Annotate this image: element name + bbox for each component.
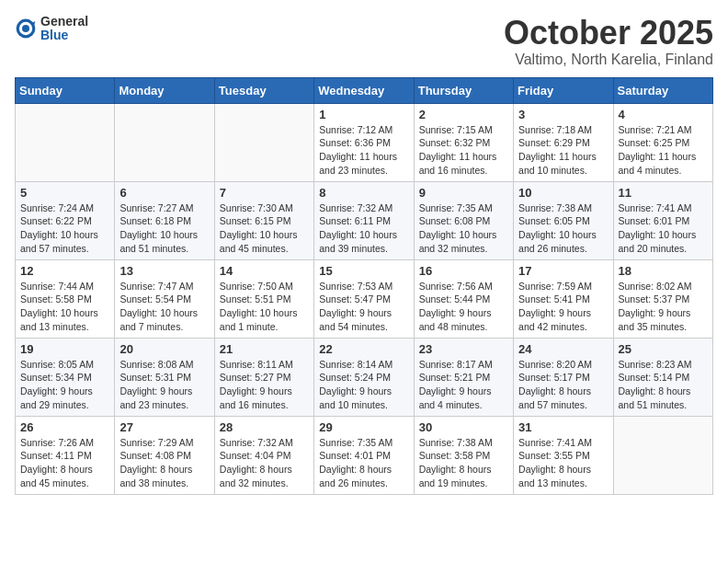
calendar-cell: 25Sunrise: 8:23 AM Sunset: 5:14 PM Dayli… — [613, 338, 712, 416]
day-number: 20 — [119, 342, 209, 356]
day-number: 13 — [119, 264, 209, 278]
calendar-cell: 31Sunrise: 7:41 AM Sunset: 3:55 PM Dayli… — [514, 416, 613, 494]
cell-content: Sunrise: 7:35 AM Sunset: 4:01 PM Dayligh… — [319, 436, 408, 490]
calendar-cell: 15Sunrise: 7:53 AM Sunset: 5:47 PM Dayli… — [314, 259, 414, 338]
cell-content: Sunrise: 7:27 AM Sunset: 6:18 PM Dayligh… — [119, 201, 209, 256]
cell-content: Sunrise: 7:47 AM Sunset: 5:54 PM Dayligh… — [119, 280, 209, 334]
calendar-cell — [115, 103, 214, 181]
day-number: 26 — [20, 420, 109, 434]
cell-content: Sunrise: 8:02 AM Sunset: 5:37 PM Dayligh… — [619, 280, 708, 334]
day-number: 5 — [20, 186, 109, 200]
cell-content: Sunrise: 8:14 AM Sunset: 5:24 PM Dayligh… — [319, 358, 408, 412]
cell-content: Sunrise: 7:41 AM Sunset: 6:01 PM Dayligh… — [619, 201, 708, 256]
calendar-cell: 6Sunrise: 7:27 AM Sunset: 6:18 PM Daylig… — [115, 181, 214, 259]
calendar-cell: 20Sunrise: 8:08 AM Sunset: 5:31 PM Dayli… — [115, 338, 214, 416]
calendar-cell: 13Sunrise: 7:47 AM Sunset: 5:54 PM Dayli… — [115, 259, 214, 338]
calendar-cell: 16Sunrise: 7:56 AM Sunset: 5:44 PM Dayli… — [414, 259, 513, 338]
day-number: 7 — [220, 186, 309, 200]
cell-content: Sunrise: 7:15 AM Sunset: 6:32 PM Dayligh… — [419, 123, 508, 178]
calendar-cell: 21Sunrise: 8:11 AM Sunset: 5:27 PM Dayli… — [214, 338, 313, 416]
day-number: 11 — [619, 186, 708, 200]
cell-content: Sunrise: 8:08 AM Sunset: 5:31 PM Dayligh… — [119, 358, 209, 412]
calendar-cell — [16, 103, 115, 181]
calendar-cell — [214, 103, 313, 181]
day-number: 9 — [419, 186, 508, 200]
day-number: 4 — [619, 108, 708, 121]
day-number: 1 — [319, 108, 408, 121]
calendar-cell: 11Sunrise: 7:41 AM Sunset: 6:01 PM Dayli… — [613, 181, 712, 259]
cell-content: Sunrise: 7:32 AM Sunset: 6:11 PM Dayligh… — [319, 201, 408, 256]
calendar-cell: 26Sunrise: 7:26 AM Sunset: 4:11 PM Dayli… — [16, 416, 115, 494]
calendar-cell: 10Sunrise: 7:38 AM Sunset: 6:05 PM Dayli… — [514, 181, 613, 259]
week-row-0: 1Sunrise: 7:12 AM Sunset: 6:36 PM Daylig… — [16, 103, 713, 181]
cell-content: Sunrise: 7:53 AM Sunset: 5:47 PM Dayligh… — [319, 280, 408, 334]
weekday-header-saturday: Saturday — [613, 77, 712, 103]
day-number: 15 — [319, 264, 408, 278]
weekday-header-wednesday: Wednesday — [314, 77, 414, 103]
cell-content: Sunrise: 7:32 AM Sunset: 4:04 PM Dayligh… — [220, 436, 309, 490]
cell-content: Sunrise: 7:44 AM Sunset: 5:58 PM Dayligh… — [20, 280, 109, 334]
weekday-header-thursday: Thursday — [414, 77, 513, 103]
calendar-cell: 1Sunrise: 7:12 AM Sunset: 6:36 PM Daylig… — [314, 103, 414, 181]
cell-content: Sunrise: 7:41 AM Sunset: 3:55 PM Dayligh… — [518, 436, 608, 490]
cell-content: Sunrise: 8:17 AM Sunset: 5:21 PM Dayligh… — [419, 358, 508, 412]
calendar-cell: 2Sunrise: 7:15 AM Sunset: 6:32 PM Daylig… — [414, 103, 513, 181]
calendar-cell: 27Sunrise: 7:29 AM Sunset: 4:08 PM Dayli… — [115, 416, 214, 494]
week-row-1: 5Sunrise: 7:24 AM Sunset: 6:22 PM Daylig… — [16, 181, 713, 259]
calendar-cell: 28Sunrise: 7:32 AM Sunset: 4:04 PM Dayli… — [214, 416, 313, 494]
title-area: October 2025 Valtimo, North Karelia, Fin… — [504, 15, 713, 68]
week-row-2: 12Sunrise: 7:44 AM Sunset: 5:58 PM Dayli… — [16, 259, 713, 338]
day-number: 21 — [220, 342, 309, 356]
calendar-cell: 19Sunrise: 8:05 AM Sunset: 5:34 PM Dayli… — [16, 338, 115, 416]
day-number: 18 — [619, 264, 708, 278]
cell-content: Sunrise: 8:05 AM Sunset: 5:34 PM Dayligh… — [20, 358, 109, 412]
logo-blue: Blue — [40, 29, 88, 42]
day-number: 12 — [20, 264, 109, 278]
day-number: 10 — [518, 186, 608, 200]
calendar-cell: 4Sunrise: 7:21 AM Sunset: 6:25 PM Daylig… — [613, 103, 712, 181]
calendar-cell: 5Sunrise: 7:24 AM Sunset: 6:22 PM Daylig… — [16, 181, 115, 259]
weekday-header-sunday: Sunday — [16, 77, 115, 103]
weekday-header-tuesday: Tuesday — [214, 77, 313, 103]
cell-content: Sunrise: 8:20 AM Sunset: 5:17 PM Dayligh… — [518, 358, 608, 412]
calendar-cell: 9Sunrise: 7:35 AM Sunset: 6:08 PM Daylig… — [414, 181, 513, 259]
svg-point-2 — [22, 25, 29, 32]
calendar-cell: 23Sunrise: 8:17 AM Sunset: 5:21 PM Dayli… — [414, 338, 513, 416]
logo-icon — [15, 17, 37, 40]
calendar-cell — [613, 416, 712, 494]
calendar-cell: 18Sunrise: 8:02 AM Sunset: 5:37 PM Dayli… — [613, 259, 712, 338]
day-number: 28 — [220, 420, 309, 434]
cell-content: Sunrise: 7:26 AM Sunset: 4:11 PM Dayligh… — [20, 436, 109, 490]
day-number: 8 — [319, 186, 408, 200]
location-title: Valtimo, North Karelia, Finland — [504, 52, 713, 68]
weekday-header-monday: Monday — [115, 77, 214, 103]
day-number: 3 — [518, 108, 608, 121]
calendar-cell: 29Sunrise: 7:35 AM Sunset: 4:01 PM Dayli… — [314, 416, 414, 494]
cell-content: Sunrise: 7:59 AM Sunset: 5:41 PM Dayligh… — [518, 280, 608, 334]
cell-content: Sunrise: 7:18 AM Sunset: 6:29 PM Dayligh… — [518, 123, 608, 178]
week-row-4: 26Sunrise: 7:26 AM Sunset: 4:11 PM Dayli… — [16, 416, 713, 494]
calendar-cell: 8Sunrise: 7:32 AM Sunset: 6:11 PM Daylig… — [314, 181, 414, 259]
cell-content: Sunrise: 8:11 AM Sunset: 5:27 PM Dayligh… — [220, 358, 309, 412]
calendar-cell: 3Sunrise: 7:18 AM Sunset: 6:29 PM Daylig… — [514, 103, 613, 181]
week-row-3: 19Sunrise: 8:05 AM Sunset: 5:34 PM Dayli… — [16, 338, 713, 416]
calendar-cell: 22Sunrise: 8:14 AM Sunset: 5:24 PM Dayli… — [314, 338, 414, 416]
weekday-header-friday: Friday — [514, 77, 613, 103]
cell-content: Sunrise: 7:30 AM Sunset: 6:15 PM Dayligh… — [220, 201, 309, 256]
cell-content: Sunrise: 7:12 AM Sunset: 6:36 PM Dayligh… — [319, 123, 408, 178]
day-number: 2 — [419, 108, 508, 121]
cell-content: Sunrise: 7:50 AM Sunset: 5:51 PM Dayligh… — [220, 280, 309, 334]
calendar-cell: 12Sunrise: 7:44 AM Sunset: 5:58 PM Dayli… — [16, 259, 115, 338]
cell-content: Sunrise: 7:56 AM Sunset: 5:44 PM Dayligh… — [419, 280, 508, 334]
day-number: 16 — [419, 264, 508, 278]
month-title: October 2025 — [504, 15, 713, 52]
day-number: 30 — [419, 420, 508, 434]
cell-content: Sunrise: 7:21 AM Sunset: 6:25 PM Dayligh… — [619, 123, 708, 178]
day-number: 14 — [220, 264, 309, 278]
calendar-cell: 24Sunrise: 8:20 AM Sunset: 5:17 PM Dayli… — [514, 338, 613, 416]
day-number: 19 — [20, 342, 109, 356]
logo: General Blue — [15, 15, 88, 43]
calendar-cell: 17Sunrise: 7:59 AM Sunset: 5:41 PM Dayli… — [514, 259, 613, 338]
day-number: 22 — [319, 342, 408, 356]
day-number: 17 — [518, 264, 608, 278]
